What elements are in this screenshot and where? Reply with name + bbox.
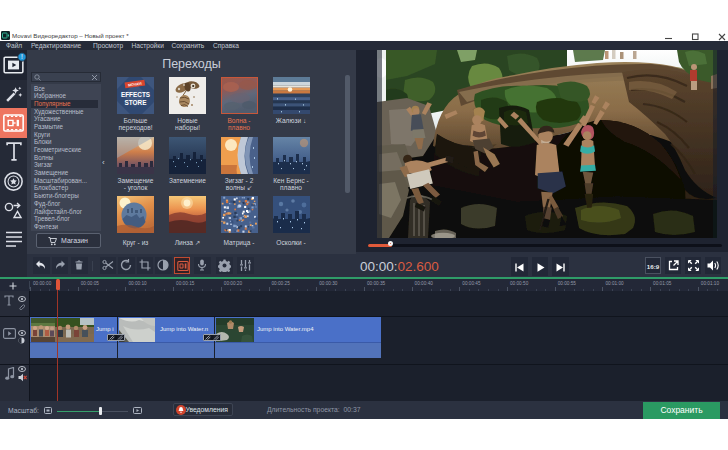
svg-text:EFFECTS: EFFECTS [121, 91, 151, 98]
svg-text:!: ! [21, 53, 23, 60]
svg-text:STORE: STORE [125, 99, 148, 106]
